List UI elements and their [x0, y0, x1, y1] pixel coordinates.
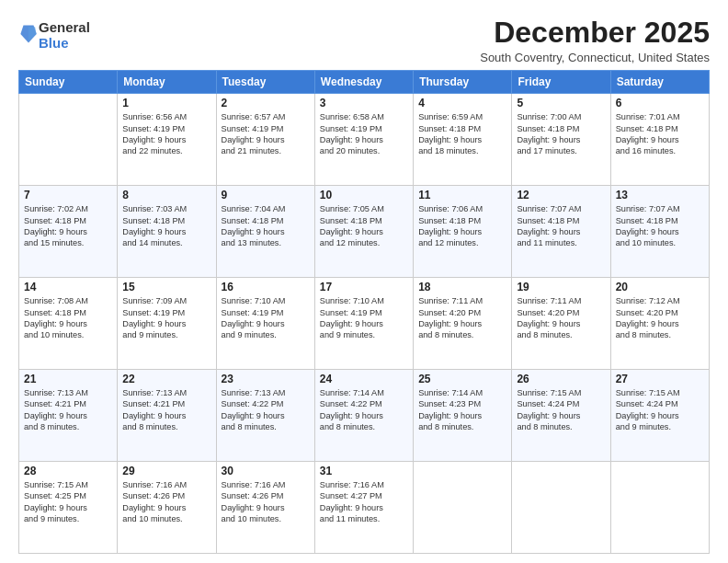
- cell-info: Sunrise: 7:04 AM Sunset: 4:18 PM Dayligh…: [222, 204, 286, 247]
- day-number: 3: [320, 97, 408, 109]
- calendar-cell: [414, 462, 512, 554]
- logo: General Blue: [18, 20, 90, 51]
- day-number: 12: [517, 189, 605, 201]
- day-number: 25: [418, 373, 506, 385]
- logo-general-text: General: [39, 19, 90, 35]
- calendar-cell: 28Sunrise: 7:15 AM Sunset: 4:25 PM Dayli…: [19, 462, 118, 554]
- calendar-cell: 6Sunrise: 7:01 AM Sunset: 4:18 PM Daylig…: [610, 94, 709, 186]
- day-number: 2: [222, 97, 310, 109]
- calendar-cell: 17Sunrise: 7:10 AM Sunset: 4:19 PM Dayli…: [314, 278, 413, 370]
- calendar-week-1: 1Sunrise: 6:56 AM Sunset: 4:19 PM Daylig…: [19, 94, 710, 186]
- cell-info: Sunrise: 6:56 AM Sunset: 4:19 PM Dayligh…: [122, 112, 187, 155]
- cell-info: Sunrise: 6:59 AM Sunset: 4:18 PM Dayligh…: [418, 112, 483, 155]
- cell-info: Sunrise: 7:07 AM Sunset: 4:18 PM Dayligh…: [517, 204, 581, 247]
- day-number: 19: [517, 281, 605, 293]
- day-number: 28: [24, 465, 112, 477]
- day-number: 23: [222, 373, 310, 385]
- day-number: 29: [122, 465, 210, 477]
- cell-info: Sunrise: 6:58 AM Sunset: 4:19 PM Dayligh…: [320, 112, 384, 155]
- cell-info: Sunrise: 7:15 AM Sunset: 4:24 PM Dayligh…: [517, 388, 581, 431]
- header-right: December 2025 South Coventry, Connecticu…: [480, 17, 710, 64]
- calendar-week-3: 14Sunrise: 7:08 AM Sunset: 4:18 PM Dayli…: [19, 278, 710, 370]
- cell-info: Sunrise: 7:10 AM Sunset: 4:19 PM Dayligh…: [222, 296, 286, 339]
- cell-info: Sunrise: 7:13 AM Sunset: 4:22 PM Dayligh…: [222, 388, 286, 431]
- svg-marker-1: [28, 27, 37, 41]
- day-number: 5: [517, 97, 605, 109]
- calendar-cell: 9Sunrise: 7:04 AM Sunset: 4:18 PM Daylig…: [216, 186, 314, 278]
- cell-info: Sunrise: 7:05 AM Sunset: 4:18 PM Dayligh…: [320, 204, 384, 247]
- weekday-header-row: SundayMondayTuesdayWednesdayThursdayFrid…: [19, 71, 710, 94]
- day-number: 9: [222, 189, 310, 201]
- header: General Blue December 2025 South Coventr…: [18, 17, 710, 64]
- calendar-cell: 25Sunrise: 7:14 AM Sunset: 4:23 PM Dayli…: [414, 370, 512, 462]
- cell-info: Sunrise: 7:15 AM Sunset: 4:25 PM Dayligh…: [24, 480, 88, 523]
- cell-info: Sunrise: 6:57 AM Sunset: 4:19 PM Dayligh…: [222, 112, 286, 155]
- calendar-cell: [610, 462, 709, 554]
- day-number: 27: [616, 373, 704, 385]
- day-number: 21: [24, 373, 112, 385]
- calendar-cell: 23Sunrise: 7:13 AM Sunset: 4:22 PM Dayli…: [216, 370, 314, 462]
- cell-info: Sunrise: 7:08 AM Sunset: 4:18 PM Dayligh…: [24, 296, 88, 339]
- calendar-cell: 1Sunrise: 6:56 AM Sunset: 4:19 PM Daylig…: [118, 94, 216, 186]
- cell-info: Sunrise: 7:15 AM Sunset: 4:24 PM Dayligh…: [616, 388, 680, 431]
- day-number: 18: [418, 281, 506, 293]
- calendar-cell: 16Sunrise: 7:10 AM Sunset: 4:19 PM Dayli…: [216, 278, 314, 370]
- day-number: 10: [320, 189, 408, 201]
- calendar-cell: 19Sunrise: 7:11 AM Sunset: 4:20 PM Dayli…: [512, 278, 610, 370]
- day-number: 30: [222, 465, 310, 477]
- cell-info: Sunrise: 7:00 AM Sunset: 4:18 PM Dayligh…: [517, 112, 581, 155]
- weekday-header-friday: Friday: [512, 71, 610, 94]
- cell-info: Sunrise: 7:11 AM Sunset: 4:20 PM Dayligh…: [418, 296, 483, 339]
- day-number: 16: [222, 281, 310, 293]
- calendar-cell: 26Sunrise: 7:15 AM Sunset: 4:24 PM Dayli…: [512, 370, 610, 462]
- calendar-cell: 2Sunrise: 6:57 AM Sunset: 4:19 PM Daylig…: [216, 94, 314, 186]
- day-number: 7: [24, 189, 112, 201]
- calendar-cell: 8Sunrise: 7:03 AM Sunset: 4:18 PM Daylig…: [118, 186, 216, 278]
- location: South Coventry, Connecticut, United Stat…: [480, 51, 710, 64]
- cell-info: Sunrise: 7:14 AM Sunset: 4:23 PM Dayligh…: [418, 388, 483, 431]
- calendar-cell: 12Sunrise: 7:07 AM Sunset: 4:18 PM Dayli…: [512, 186, 610, 278]
- cell-info: Sunrise: 7:09 AM Sunset: 4:19 PM Dayligh…: [122, 296, 187, 339]
- cell-info: Sunrise: 7:02 AM Sunset: 4:18 PM Dayligh…: [24, 204, 88, 247]
- calendar-cell: 7Sunrise: 7:02 AM Sunset: 4:18 PM Daylig…: [19, 186, 118, 278]
- logo-icon: [20, 24, 37, 44]
- weekday-header-monday: Monday: [118, 71, 216, 94]
- day-number: 11: [418, 189, 506, 201]
- calendar-cell: 30Sunrise: 7:16 AM Sunset: 4:26 PM Dayli…: [216, 462, 314, 554]
- day-number: 4: [418, 97, 506, 109]
- day-number: 31: [320, 465, 408, 477]
- month-title: December 2025: [480, 17, 710, 49]
- cell-info: Sunrise: 7:06 AM Sunset: 4:18 PM Dayligh…: [418, 204, 483, 247]
- calendar-cell: 3Sunrise: 6:58 AM Sunset: 4:19 PM Daylig…: [314, 94, 413, 186]
- cell-info: Sunrise: 7:14 AM Sunset: 4:22 PM Dayligh…: [320, 388, 384, 431]
- calendar-week-5: 28Sunrise: 7:15 AM Sunset: 4:25 PM Dayli…: [19, 462, 710, 554]
- day-number: 13: [616, 189, 704, 201]
- calendar-cell: 11Sunrise: 7:06 AM Sunset: 4:18 PM Dayli…: [414, 186, 512, 278]
- calendar-cell: 4Sunrise: 6:59 AM Sunset: 4:18 PM Daylig…: [414, 94, 512, 186]
- calendar-cell: [512, 462, 610, 554]
- logo-blue-text: Blue: [39, 35, 69, 51]
- day-number: 6: [616, 97, 704, 109]
- cell-info: Sunrise: 7:13 AM Sunset: 4:21 PM Dayligh…: [122, 388, 187, 431]
- cell-info: Sunrise: 7:12 AM Sunset: 4:20 PM Dayligh…: [616, 296, 680, 339]
- calendar-cell: 5Sunrise: 7:00 AM Sunset: 4:18 PM Daylig…: [512, 94, 610, 186]
- cell-info: Sunrise: 7:13 AM Sunset: 4:21 PM Dayligh…: [24, 388, 88, 431]
- calendar-cell: 27Sunrise: 7:15 AM Sunset: 4:24 PM Dayli…: [610, 370, 709, 462]
- calendar-cell: 14Sunrise: 7:08 AM Sunset: 4:18 PM Dayli…: [19, 278, 118, 370]
- day-number: 8: [122, 189, 210, 201]
- cell-info: Sunrise: 7:07 AM Sunset: 4:18 PM Dayligh…: [616, 204, 680, 247]
- calendar-cell: 24Sunrise: 7:14 AM Sunset: 4:22 PM Dayli…: [314, 370, 413, 462]
- day-number: 22: [122, 373, 210, 385]
- calendar-cell: 10Sunrise: 7:05 AM Sunset: 4:18 PM Dayli…: [314, 186, 413, 278]
- calendar-cell: 29Sunrise: 7:16 AM Sunset: 4:26 PM Dayli…: [118, 462, 216, 554]
- day-number: 20: [616, 281, 704, 293]
- cell-info: Sunrise: 7:01 AM Sunset: 4:18 PM Dayligh…: [616, 112, 680, 155]
- day-number: 17: [320, 281, 408, 293]
- calendar-cell: 21Sunrise: 7:13 AM Sunset: 4:21 PM Dayli…: [19, 370, 118, 462]
- day-number: 1: [122, 97, 210, 109]
- calendar-cell: 15Sunrise: 7:09 AM Sunset: 4:19 PM Dayli…: [118, 278, 216, 370]
- weekday-header-saturday: Saturday: [610, 71, 709, 94]
- calendar-cell: 20Sunrise: 7:12 AM Sunset: 4:20 PM Dayli…: [610, 278, 709, 370]
- cell-info: Sunrise: 7:16 AM Sunset: 4:27 PM Dayligh…: [320, 480, 384, 523]
- cell-info: Sunrise: 7:16 AM Sunset: 4:26 PM Dayligh…: [122, 480, 187, 523]
